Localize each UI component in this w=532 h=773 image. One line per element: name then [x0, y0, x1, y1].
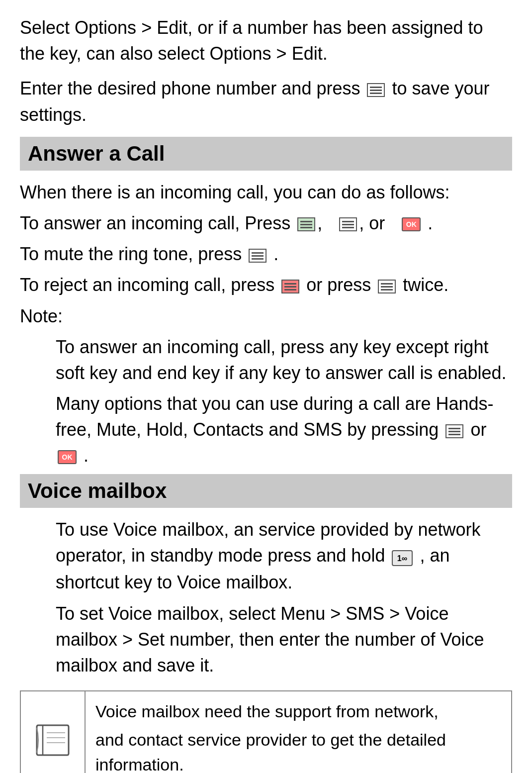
intro-paragraph-1: Select Options > Edit, or if a number ha… — [20, 15, 512, 67]
note-text: To answer an incoming call, press any ke… — [20, 334, 512, 386]
menu-icon-save — [367, 83, 385, 97]
many-options-text: Many options that you can use during a c… — [20, 391, 512, 469]
many-after: . — [84, 445, 89, 466]
voice-mailbox-para1: To use Voice mailbox, an service provide… — [20, 517, 512, 596]
voice-mailbox-para2: To set Voice mailbox, select Menu > SMS … — [20, 601, 512, 679]
voice-p1-before: To use Voice mailbox, an service provide… — [56, 519, 480, 566]
reject-icon-menu — [378, 280, 396, 293]
note-box-content: Voice mailbox need the support from netw… — [86, 691, 511, 773]
reject-middle: or press — [306, 275, 371, 295]
voice-mailbox-section-header: Voice mailbox — [20, 474, 512, 508]
answer-icon-ok: OK — [402, 217, 421, 231]
voice-1key-icon: 1∞ — [392, 544, 413, 570]
note-box: Voice mailbox need the support from netw… — [20, 690, 512, 773]
mute-after: . — [273, 244, 278, 264]
voice-mailbox-title: Voice mailbox — [28, 479, 167, 502]
many-before: Many options that you can use during a c… — [56, 393, 494, 440]
answer-call-title: Answer a Call — [28, 142, 165, 165]
mute-icon — [249, 249, 266, 263]
intro-paragraph-2: Enter the desired phone number and press… — [20, 76, 512, 127]
mute-ring: To mute the ring tone, press . — [20, 241, 512, 267]
answer-icon-green — [297, 217, 315, 231]
answer-call-press: To answer an incoming call, Press , , or… — [20, 210, 512, 236]
answer-call-section-header: Answer a Call — [20, 137, 512, 171]
reject-after: twice. — [403, 275, 448, 295]
answer-icon-menu — [339, 217, 357, 231]
svg-rect-2 — [37, 725, 69, 755]
reject-before: To reject an incoming call, press — [20, 275, 274, 295]
intro-p2-before: Enter the desired phone number and press — [20, 78, 360, 98]
answer-press-before: To answer an incoming call, Press — [20, 213, 290, 233]
comma1: , — [317, 213, 322, 233]
svg-text:1∞: 1∞ — [397, 554, 407, 563]
note-line1: Voice mailbox need the support from netw… — [95, 699, 501, 724]
many-or: or — [470, 419, 486, 440]
answer-call-intro: When there is an incoming call, you can … — [20, 180, 512, 205]
many-icon-menu — [445, 424, 463, 438]
reject-icon-red — [281, 280, 299, 293]
note-box-icon-container — [21, 691, 86, 773]
note-label: Note: — [20, 303, 512, 329]
answer-press-period: . — [428, 213, 433, 233]
mute-before: To mute the ring tone, press — [20, 244, 242, 264]
note-line2: and contact service provider to get the … — [95, 728, 501, 773]
reject-call: To reject an incoming call, press or pre… — [20, 272, 512, 298]
many-icon-ok: OK — [58, 450, 77, 464]
comma2: , or — [359, 213, 385, 233]
book-icon — [33, 720, 73, 760]
